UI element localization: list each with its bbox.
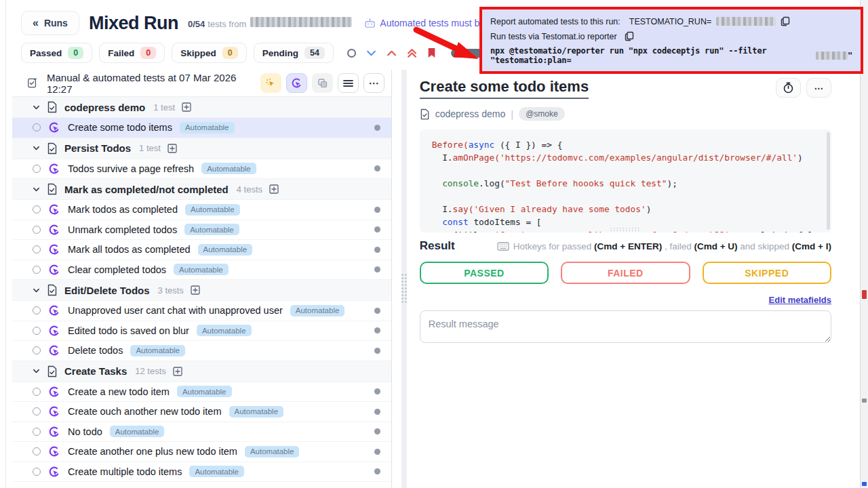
- test-radio[interactable]: [33, 165, 41, 173]
- add-test-icon[interactable]: [167, 144, 177, 153]
- test-title[interactable]: Clear completed todos: [68, 264, 166, 275]
- test-row[interactable]: Clear completed todos Automatable: [12, 260, 391, 281]
- test-title[interactable]: Todos survive a page refresh: [68, 163, 194, 174]
- test-row[interactable]: Unmark completed todos Automatable: [12, 220, 391, 241]
- add-test-icon[interactable]: [191, 285, 200, 295]
- test-radio[interactable]: [33, 447, 41, 455]
- suite-title[interactable]: Persist Todos: [64, 142, 131, 154]
- suite-row[interactable]: Persist Todos 1 test: [12, 138, 391, 159]
- automated-cursor-icon: [291, 77, 302, 89]
- test-title[interactable]: Unmark completed todos: [68, 224, 177, 235]
- ai-autorun-button[interactable]: [260, 73, 281, 93]
- copy-tests-button[interactable]: [312, 73, 333, 93]
- code-line: I.say('Given I already have some todos'): [432, 203, 819, 216]
- timer-button[interactable]: [776, 78, 801, 98]
- smoke-tag-badge[interactable]: @smoke: [519, 107, 565, 121]
- test-code-block[interactable]: Before(async ({ I }) => { I.amOnPage('ht…: [420, 129, 831, 232]
- test-radio[interactable]: [33, 226, 41, 234]
- suite-row[interactable]: Create Tasks 12 tests: [12, 361, 391, 382]
- test-row[interactable]: Create ouch another new todo item Automa…: [12, 402, 391, 422]
- scroll-up-icon[interactable]: [387, 49, 397, 57]
- test-row[interactable]: Create a new todo item Automatable: [12, 382, 391, 403]
- passed-button[interactable]: PASSED: [420, 262, 549, 284]
- filter-skipped[interactable]: Skipped 0: [172, 43, 246, 63]
- code-resize-handle-icon[interactable]: [610, 227, 641, 232]
- back-to-runs-button[interactable]: « Runs: [21, 11, 79, 35]
- test-title[interactable]: Mark todos as completed: [68, 204, 178, 215]
- filter-pending[interactable]: Pending 54: [254, 43, 334, 63]
- test-title[interactable]: Delete todos: [68, 345, 123, 356]
- filter-failed[interactable]: Failed 0: [99, 43, 165, 63]
- test-title[interactable]: Create multiple todo items: [68, 466, 182, 477]
- test-list-panel: Manual & automated tests at 07 Mar 2026 …: [12, 70, 392, 488]
- test-title[interactable]: No todo: [68, 426, 102, 437]
- detail-more-button[interactable]: ⋯: [806, 78, 831, 98]
- add-test-icon[interactable]: [182, 102, 191, 112]
- test-title[interactable]: Create ouch another new todo item: [68, 406, 222, 417]
- test-radio[interactable]: [33, 468, 41, 476]
- result-message-input[interactable]: [420, 310, 831, 343]
- test-radio[interactable]: [33, 428, 41, 436]
- splitter-handle-icon[interactable]: [401, 273, 408, 304]
- chevron-down-icon[interactable]: [33, 104, 40, 111]
- test-row[interactable]: Create some todo items Automatable: [12, 118, 391, 138]
- test-row[interactable]: No todo Automatable: [12, 422, 391, 443]
- test-radio[interactable]: [33, 407, 41, 415]
- test-row[interactable]: Create another one plus new todo item Au…: [12, 442, 391, 462]
- suite-title[interactable]: Mark as completed/not completed: [64, 184, 229, 195]
- test-radio[interactable]: [33, 327, 41, 335]
- failed-button[interactable]: FAILED: [561, 262, 690, 284]
- test-row[interactable]: Mark todos as completed Automatable: [12, 200, 391, 220]
- test-row[interactable]: Unapproved user cant chat with unapprove…: [12, 301, 391, 321]
- test-row[interactable]: Mark all todos as completed Automatable: [12, 240, 391, 260]
- test-detail-title[interactable]: Create some todo items: [420, 78, 589, 99]
- test-row[interactable]: Create multiple todo items Automatable: [12, 462, 391, 483]
- list-menu-button[interactable]: [338, 73, 359, 93]
- test-title[interactable]: Create another one plus new todo item: [68, 446, 237, 457]
- scroll-down-icon[interactable]: [366, 49, 376, 57]
- chevron-down-icon[interactable]: [33, 367, 40, 375]
- test-title[interactable]: Edited todo is saved on blur: [68, 325, 189, 336]
- test-radio[interactable]: [33, 123, 41, 131]
- test-radio[interactable]: [33, 306, 41, 314]
- add-test-icon[interactable]: [173, 367, 182, 376]
- breadcrumb-suite-link[interactable]: codepress demo: [435, 108, 506, 119]
- test-title[interactable]: Create a new todo item: [68, 386, 170, 397]
- chevron-down-icon[interactable]: [33, 186, 40, 193]
- automated-test-icon: [48, 224, 60, 236]
- add-test-icon[interactable]: [269, 184, 279, 194]
- copy-command-icon[interactable]: [625, 31, 634, 41]
- suite-title[interactable]: Create Tasks: [64, 365, 127, 377]
- test-radio[interactable]: [33, 266, 41, 274]
- suite-title[interactable]: codepress demo: [64, 102, 145, 113]
- skipped-button[interactable]: SKIPPED: [703, 262, 831, 284]
- test-title[interactable]: Unapproved user cant chat with unapprove…: [68, 305, 283, 316]
- automatable-badge: Automatable: [174, 264, 229, 275]
- test-row[interactable]: Todos survive a page refresh Automatable: [12, 159, 391, 180]
- test-title[interactable]: Mark all todos as completed: [68, 244, 191, 255]
- automated-filter-button[interactable]: [286, 73, 307, 93]
- suite-row[interactable]: Edit/Delete Todos 3 tests: [12, 280, 391, 301]
- copy-run-id-icon[interactable]: [781, 16, 790, 26]
- panel-splitter[interactable]: [392, 70, 417, 488]
- test-radio[interactable]: [33, 245, 41, 253]
- suite-row[interactable]: Mark as completed/not completed 4 tests: [12, 179, 391, 200]
- test-radio[interactable]: [33, 346, 41, 354]
- test-row[interactable]: Delete todos Automatable: [12, 341, 391, 361]
- suite-row[interactable]: codepress demo 1 test: [12, 97, 391, 118]
- chevron-down-icon[interactable]: [33, 144, 40, 152]
- status-dot-icon: [374, 226, 380, 232]
- test-radio[interactable]: [33, 388, 41, 396]
- list-more-button[interactable]: ⋯: [363, 73, 384, 93]
- suite-title[interactable]: Edit/Delete Todos: [64, 285, 150, 296]
- unchecked-circle-icon[interactable]: [347, 49, 356, 58]
- test-radio[interactable]: [33, 205, 41, 214]
- edit-metafields-link[interactable]: Edit metafields: [769, 295, 831, 305]
- chevron-down-icon[interactable]: [33, 287, 40, 294]
- filter-passed[interactable]: Passed 0: [21, 43, 92, 63]
- scroll-top-icon[interactable]: [407, 48, 417, 58]
- test-title[interactable]: Create some todo items: [68, 122, 172, 133]
- code-scrollbar[interactable]: [827, 132, 830, 230]
- bookmark-icon[interactable]: [427, 47, 436, 58]
- test-row[interactable]: Edited todo is saved on blur Automatable: [12, 321, 391, 342]
